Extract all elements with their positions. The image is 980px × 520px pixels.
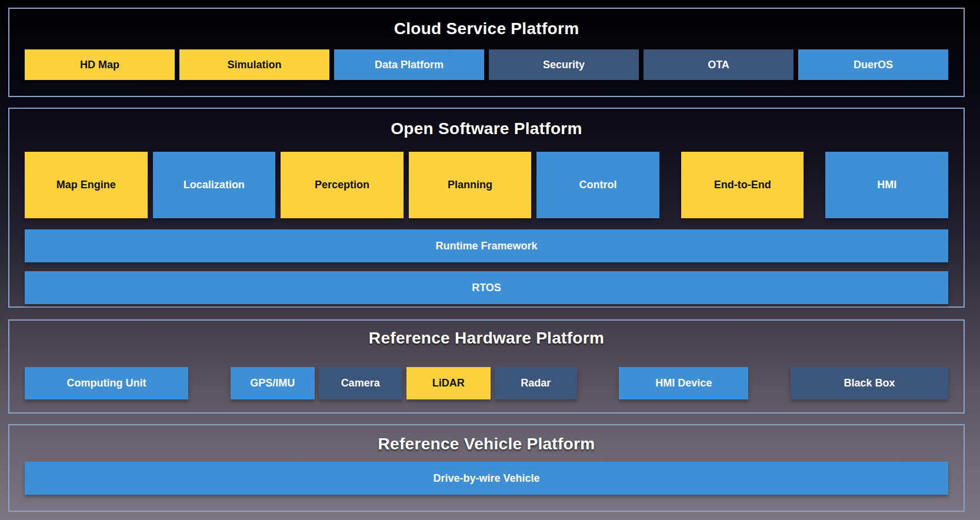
box-hd-map: HD Map — [25, 49, 175, 80]
box-perception: Perception — [281, 152, 404, 218]
section-cloud-service-platform: Cloud Service Platform HD Map Simulation… — [8, 8, 965, 97]
box-localization: Localization — [153, 152, 276, 218]
hardware-boxes-row: Computing Unit GPS/IMU Camera LiDAR Rada… — [25, 367, 948, 399]
bar-drive-by-wire-vehicle: Drive-by-wire Vehicle — [25, 462, 948, 495]
box-ota: OTA — [644, 49, 794, 80]
box-black-box: Black Box — [791, 367, 948, 399]
software-section-title: Open Software Platform — [9, 109, 964, 138]
box-planning: Planning — [409, 152, 532, 218]
box-dueros: DuerOS — [798, 49, 948, 80]
box-lidar: LiDAR — [406, 367, 491, 399]
sensor-group: GPS/IMU Camera LiDAR Radar — [231, 367, 577, 399]
bar-runtime-framework: Runtime Framework — [25, 229, 948, 262]
box-simulation: Simulation — [179, 49, 329, 80]
box-map-engine: Map Engine — [25, 152, 148, 218]
section-open-software-platform: Open Software Platform Map Engine Locali… — [8, 108, 965, 308]
architecture-diagram: Cloud Service Platform HD Map Simulation… — [0, 0, 980, 520]
section-reference-hardware-platform: Reference Hardware Platform Computing Un… — [8, 319, 965, 414]
box-hmi: HMI — [825, 152, 948, 218]
cloud-boxes-row: HD Map Simulation Data Platform Security… — [25, 49, 948, 80]
vehicle-section-title: Reference Vehicle Platform — [9, 425, 964, 454]
box-data-platform: Data Platform — [334, 49, 484, 80]
box-radar: Radar — [495, 367, 577, 399]
section-reference-vehicle-platform: Reference Vehicle Platform Drive-by-wire… — [8, 424, 965, 512]
box-security: Security — [489, 49, 639, 80]
box-hmi-device: HMI Device — [619, 367, 748, 399]
box-end-to-end: End-to-End — [681, 152, 804, 218]
cloud-section-title: Cloud Service Platform — [9, 9, 964, 38]
box-computing-unit: Computing Unit — [25, 367, 188, 399]
box-camera: Camera — [319, 367, 402, 399]
box-gps-imu: GPS/IMU — [231, 367, 315, 399]
software-boxes-row: Map Engine Localization Perception Plann… — [25, 152, 948, 218]
box-control: Control — [536, 152, 659, 218]
bar-rtos: RTOS — [25, 271, 948, 304]
hardware-section-title: Reference Hardware Platform — [9, 321, 964, 348]
